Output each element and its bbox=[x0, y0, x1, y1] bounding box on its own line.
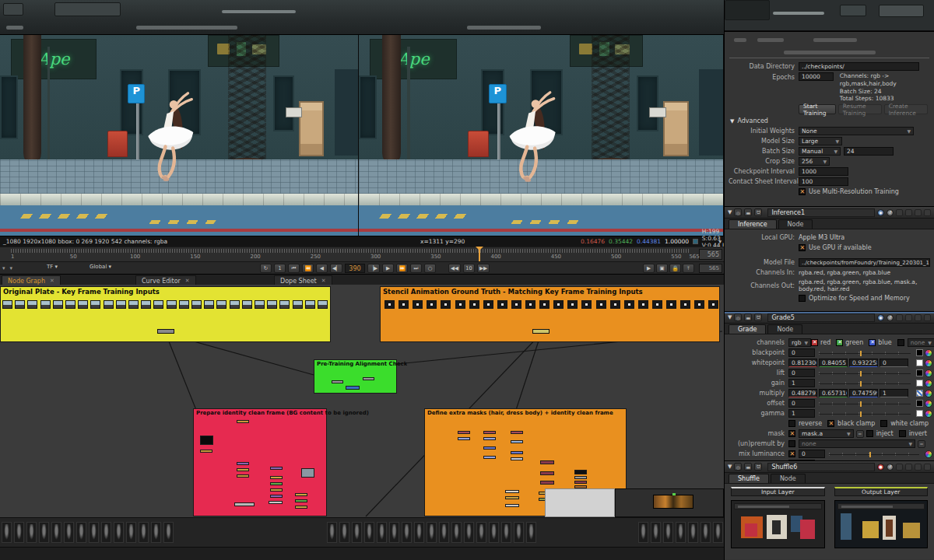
offset-input[interactable]: 0 bbox=[788, 399, 815, 408]
mini-node[interactable] bbox=[458, 431, 470, 434]
frame-thumbnail[interactable] bbox=[427, 522, 437, 543]
gamma-input[interactable]: 1 bbox=[788, 409, 815, 418]
checkpoint-interval-input[interactable]: 1000 bbox=[799, 167, 848, 176]
tab-node[interactable]: Node bbox=[767, 324, 802, 334]
use-gpu-checkbox[interactable] bbox=[799, 244, 806, 251]
mini-node[interactable] bbox=[270, 467, 283, 470]
read-node[interactable] bbox=[153, 300, 163, 309]
checker-chip[interactable] bbox=[916, 390, 923, 397]
tab-inference[interactable]: Inference bbox=[729, 219, 777, 229]
mini-node[interactable] bbox=[270, 482, 283, 485]
read-node[interactable] bbox=[694, 300, 704, 309]
tab-node[interactable]: Node bbox=[771, 474, 806, 483]
mini-node[interactable] bbox=[234, 502, 255, 506]
mini-node[interactable] bbox=[505, 496, 519, 499]
transport-forward-button[interactable]: ⏩ bbox=[396, 264, 408, 273]
copycat-header[interactable] bbox=[725, 32, 934, 47]
read-node[interactable] bbox=[78, 300, 88, 309]
read-node[interactable] bbox=[90, 300, 100, 309]
read-node[interactable] bbox=[666, 300, 676, 309]
tf-dropdown[interactable]: TF ▾ bbox=[47, 264, 58, 270]
frame-thumbnail[interactable] bbox=[76, 522, 86, 543]
read-node[interactable] bbox=[511, 300, 521, 309]
read-node[interactable] bbox=[191, 300, 202, 309]
read-node[interactable] bbox=[305, 300, 315, 309]
read-node[interactable] bbox=[399, 300, 409, 309]
frame-thumbnail[interactable] bbox=[651, 522, 661, 543]
toolbar-button[interactable] bbox=[879, 5, 924, 17]
toolbar-slider[interactable] bbox=[222, 10, 296, 13]
read-node[interactable] bbox=[15, 300, 25, 309]
white-chip[interactable] bbox=[916, 380, 923, 387]
frame-thumbnail[interactable] bbox=[464, 522, 474, 543]
mix-luminance-input[interactable]: 0 bbox=[799, 450, 825, 458]
mini-node[interactable] bbox=[574, 481, 587, 484]
transport-back-button[interactable]: ◀▏ bbox=[330, 264, 342, 273]
read-node[interactable] bbox=[204, 300, 214, 309]
mini-node[interactable] bbox=[237, 468, 249, 471]
white-chip[interactable] bbox=[916, 359, 923, 366]
mini-node[interactable] bbox=[483, 437, 496, 440]
value-slider[interactable] bbox=[819, 370, 911, 376]
toolbar-button[interactable] bbox=[3, 3, 23, 16]
grade-panel-header[interactable]: ▼ ◎ ▬ ᗢ Grade5 ◉ ↺ bbox=[725, 312, 934, 324]
white-chip[interactable] bbox=[916, 410, 923, 417]
frame-thumbnail[interactable] bbox=[451, 522, 462, 543]
green-channel-checkbox[interactable] bbox=[836, 339, 843, 346]
mini-node[interactable] bbox=[483, 456, 496, 459]
center-node-icon[interactable]: ◎ bbox=[734, 208, 742, 216]
backdrop-original-plate[interactable]: Original Plate - Key Frame Training Inpu… bbox=[0, 286, 331, 342]
data-directory-input[interactable]: ../checkpoints/ bbox=[799, 62, 919, 71]
mini-node[interactable] bbox=[363, 377, 374, 380]
transport-back-button[interactable]: ↻ bbox=[260, 264, 272, 273]
float-window-icon[interactable]: ◉ bbox=[877, 209, 884, 216]
frame-thumbnail[interactable] bbox=[139, 522, 149, 543]
checkbox[interactable] bbox=[899, 430, 906, 437]
red-channel-checkbox[interactable] bbox=[811, 339, 818, 346]
input-layer-header[interactable]: Input Layer bbox=[731, 487, 825, 496]
read-node[interactable] bbox=[539, 300, 550, 309]
value-slider[interactable] bbox=[819, 350, 911, 356]
mini-node[interactable] bbox=[540, 471, 554, 475]
center-node-icon[interactable]: ◎ bbox=[734, 313, 742, 321]
revert-icon[interactable]: ↺ bbox=[887, 314, 894, 321]
transport-forward-button[interactable]: ○ bbox=[424, 264, 436, 273]
read-node[interactable] bbox=[455, 300, 465, 309]
read-node[interactable] bbox=[596, 300, 606, 309]
mini-node[interactable] bbox=[237, 420, 249, 423]
gain-input[interactable]: 1 bbox=[788, 379, 815, 387]
initial-weights-dropdown[interactable]: None▼ bbox=[799, 127, 914, 135]
lift-input[interactable]: 0 bbox=[788, 369, 815, 377]
transport-back-button[interactable]: ◀ bbox=[316, 264, 328, 273]
merge-node[interactable] bbox=[532, 329, 550, 334]
mask-dropdown[interactable]: mask.a▼ bbox=[799, 429, 854, 438]
read-node[interactable] bbox=[610, 300, 620, 309]
color-wheel-icon[interactable] bbox=[925, 380, 932, 387]
multiply-input[interactable]: 0.747599 bbox=[849, 389, 878, 397]
channels-dropdown[interactable]: rgb▼ bbox=[788, 338, 811, 347]
read-node[interactable] bbox=[104, 300, 114, 309]
read-node[interactable] bbox=[2, 300, 12, 309]
mini-node[interactable] bbox=[505, 504, 519, 507]
node-shape-icon[interactable]: ᗢ bbox=[754, 313, 762, 321]
shuffle-panel-header[interactable]: ▼ ◎ ▬ ᗢ Shuffle6 ● ↺ bbox=[725, 461, 934, 473]
current-frame-field[interactable]: 390 bbox=[345, 264, 365, 273]
inference-panel-header[interactable]: ▼ ◎ ▬ ᗢ Inference1 ◉ ↺ bbox=[725, 207, 934, 219]
help-icon[interactable] bbox=[915, 209, 922, 216]
node-graph-canvas[interactable]: Original Plate - Key Frame Training Inpu… bbox=[0, 285, 724, 517]
close-tab-icon[interactable]: ✕ bbox=[50, 278, 54, 284]
read-node[interactable] bbox=[384, 300, 395, 309]
whitepoint-input[interactable]: 0.84055 bbox=[819, 359, 848, 367]
read-node[interactable] bbox=[567, 300, 578, 309]
frame-thumbnail[interactable] bbox=[514, 522, 524, 543]
checkbox[interactable] bbox=[788, 420, 795, 427]
panel-title[interactable]: Grade5 bbox=[767, 313, 875, 322]
frame-thumbnail[interactable] bbox=[101, 522, 111, 543]
read-node[interactable] bbox=[116, 300, 126, 309]
read-node[interactable] bbox=[581, 300, 592, 309]
premult-dropdown[interactable]: none▼ bbox=[799, 439, 915, 448]
color-wheel-icon[interactable] bbox=[925, 410, 932, 418]
viewer-options-icons[interactable]: ▾▾ bbox=[2, 265, 17, 271]
color-wheel-icon[interactable] bbox=[925, 359, 932, 367]
transport-forward-button[interactable]: ▕▶ bbox=[367, 264, 380, 273]
